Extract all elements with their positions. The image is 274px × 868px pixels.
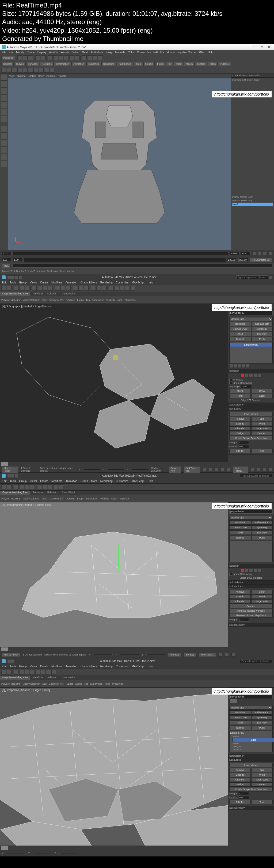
layer-render[interactable]: Render: [240, 196, 247, 198]
render-setup-icon[interactable]: [125, 286, 130, 291]
shrink-button[interactable]: Shrink: [229, 389, 251, 393]
shelf-rendering[interactable]: Rendering: [101, 62, 116, 66]
zoom-icon[interactable]: [251, 468, 254, 471]
rg-modsel[interactable]: Modify Selection: [23, 299, 40, 301]
menu-rendering[interactable]: Rendering: [100, 665, 113, 668]
new-scene-icon[interactable]: [18, 55, 22, 60]
move-icon[interactable]: [19, 670, 24, 675]
sub-border[interactable]: Border: [230, 742, 272, 745]
mod-symmetry[interactable]: Symmetry: [251, 525, 273, 530]
configure-icon[interactable]: [245, 364, 249, 368]
rg-loops[interactable]: Loops: [77, 299, 84, 301]
menu-edit[interactable]: Edit: [9, 51, 13, 54]
weight-spinner[interactable]: 1.0: [238, 440, 249, 444]
grow-button[interactable]: Grow: [251, 389, 273, 393]
align-icon[interactable]: [96, 286, 101, 291]
rotate-tool[interactable]: [1, 102, 7, 108]
edit-tri-button[interactable]: Edit Tri.: [229, 800, 251, 804]
qat-save-icon[interactable]: [11, 275, 15, 279]
object-color-swatch[interactable]: [229, 699, 237, 703]
shelf-polygons[interactable]: Polygons: [40, 62, 54, 66]
material-editor-icon[interactable]: [46, 670, 51, 675]
autokey-button[interactable]: Auto Key: [169, 466, 181, 473]
shelf-general[interactable]: General: [1, 62, 13, 66]
shelf-custom[interactable]: Custom: [195, 62, 207, 66]
shelf-muscle[interactable]: Muscle: [144, 62, 155, 66]
menu-group[interactable]: Group: [19, 479, 27, 483]
undo-icon[interactable]: [1, 286, 6, 291]
soft-sel-rollout[interactable]: Soft Selection: [228, 754, 274, 758]
rg-geom[interactable]: Geometry (All): [49, 683, 64, 685]
rotate-icon[interactable]: [25, 670, 29, 675]
ignore-backfacing-check[interactable]: Ignore Backfacing: [229, 382, 273, 384]
select-name-icon[interactable]: [37, 286, 42, 291]
rg-loops[interactable]: Loops: [75, 683, 82, 685]
edge-subobj-icon[interactable]: [245, 569, 249, 572]
shelf-dynamics[interactable]: Dynamics: [86, 62, 101, 66]
menu-edit[interactable]: Edit: [2, 479, 6, 483]
menu-grapheditors[interactable]: Graph Editors: [81, 281, 97, 284]
qat-undo-icon[interactable]: [11, 659, 15, 663]
menu-select[interactable]: Select: [72, 51, 79, 54]
rg-vis[interactable]: Visibility: [100, 497, 109, 500]
select-region-icon[interactable]: [42, 286, 48, 291]
snap-icon[interactable]: [37, 485, 42, 489]
menu-views[interactable]: Views: [30, 665, 37, 668]
shelf-icon[interactable]: [50, 68, 54, 72]
shelf-icon[interactable]: [39, 68, 43, 72]
turn-button[interactable]: Turn: [251, 800, 273, 804]
shelf-fluids[interactable]: Fluids: [155, 62, 165, 66]
mod-editpoly[interactable]: Edit Poly: [251, 720, 273, 725]
mod-normal[interactable]: Normal: [229, 337, 251, 341]
select-mask-icon[interactable]: [48, 55, 53, 60]
polygon-subobj-icon[interactable]: [253, 374, 257, 378]
select-tool[interactable]: [1, 74, 7, 81]
ribbon-modeling[interactable]: Graphite Modeling Tools: [0, 491, 31, 495]
link-icon[interactable]: [14, 286, 19, 291]
mel-label[interactable]: MEL: [2, 264, 11, 268]
menu-help[interactable]: Help: [147, 281, 153, 284]
layer-options[interactable]: Options: [240, 199, 247, 202]
menu-help[interactable]: Help: [208, 51, 214, 54]
menu-normals[interactable]: Normals: [115, 51, 125, 54]
qat-save-icon[interactable]: [7, 659, 11, 663]
menu-pipeline[interactable]: Pipeline Cache: [178, 51, 195, 54]
layer-layers[interactable]: Layers: [232, 199, 238, 202]
viewport-label[interactable]: [+][Perspective][Shaded + Edged Faces]: [2, 689, 50, 692]
mod-shell[interactable]: Shell: [229, 332, 251, 336]
select-icon[interactable]: [14, 485, 19, 489]
rg-edit[interactable]: Edit: [42, 683, 47, 685]
menu-display[interactable]: Display: [37, 51, 46, 54]
border-subobj-icon[interactable]: [249, 569, 253, 572]
menu-tools[interactable]: Tools: [10, 479, 16, 483]
mod-shell[interactable]: Shell: [229, 720, 251, 725]
save-scene-icon[interactable]: [28, 55, 33, 60]
rotate-icon[interactable]: [60, 286, 65, 291]
polygon-subobj-icon[interactable]: [253, 569, 257, 572]
mod-tessellate[interactable]: Tessellate: [229, 322, 251, 326]
angle-snap-icon[interactable]: [79, 286, 83, 291]
play-fwd-icon[interactable]: [221, 468, 224, 471]
time-slider-handle[interactable]: [1, 846, 8, 850]
vp-panels[interactable]: Panels: [59, 75, 66, 78]
range-start[interactable]: [2, 258, 11, 262]
shelf-icon[interactable]: [44, 68, 49, 72]
vertex-subobj-icon[interactable]: [241, 374, 244, 378]
max-search-input[interactable]: [240, 659, 272, 663]
weight-spinner[interactable]: 1.0: [238, 618, 249, 621]
range-track[interactable]: [24, 258, 225, 262]
edit-verts-rollout[interactable]: Edit Vertices: [228, 585, 274, 588]
ribbon-modeling[interactable]: Graphite Modeling Tools: [0, 676, 31, 680]
mod-turbosmooth[interactable]: TurboSmooth: [251, 520, 273, 525]
insert-vertex-button[interactable]: Insert Vertex: [229, 412, 273, 416]
layout-icon[interactable]: [1, 161, 7, 167]
orbit-icon[interactable]: [263, 468, 266, 471]
angle-spinner[interactable]: 45.0: [241, 384, 252, 389]
viewport-label[interactable]: [+][Orthographic][Shaded + Edged Faces]: [2, 305, 51, 308]
menu-animation[interactable]: Animation: [65, 281, 77, 284]
range-end2[interactable]: [227, 258, 237, 262]
menu-group[interactable]: Group: [19, 665, 27, 668]
crease-spinner[interactable]: 0.0: [239, 444, 249, 448]
bridge-button[interactable]: Bridge: [229, 782, 251, 787]
maxphysx-button[interactable]: Max to Physx: [2, 653, 20, 657]
